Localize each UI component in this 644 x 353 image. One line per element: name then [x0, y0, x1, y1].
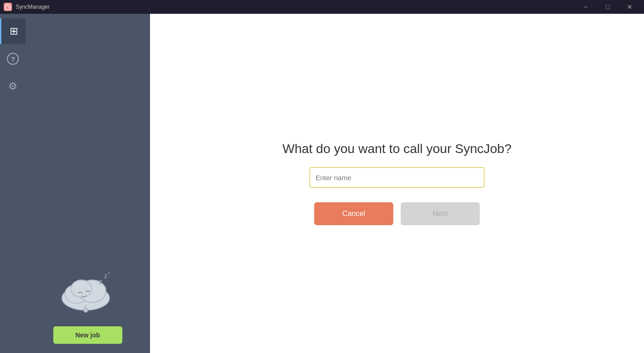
- minimize-button[interactable]: −: [575, 0, 596, 14]
- main-container: ⊞ ? ⚙: [0, 14, 644, 353]
- help-icon: ?: [7, 53, 19, 65]
- svg-point-4: [71, 280, 92, 297]
- content-area: What do you want to call your SyncJob? C…: [150, 14, 644, 353]
- dialog-container: What do you want to call your SyncJob? C…: [282, 142, 512, 225]
- svg-point-0: [5, 4, 11, 10]
- dialog-title: What do you want to call your SyncJob?: [282, 142, 512, 156]
- maximize-button[interactable]: □: [597, 0, 618, 14]
- sidebar-item-dashboard[interactable]: ⊞: [0, 18, 26, 44]
- new-job-button[interactable]: New job: [53, 326, 122, 344]
- svg-text:Z: Z: [98, 279, 102, 285]
- window-controls: − □ ✕: [575, 0, 640, 14]
- close-button[interactable]: ✕: [619, 0, 640, 14]
- sidebar-nav: ⊞ ? ⚙: [0, 18, 26, 99]
- app-title: SyncManager: [16, 4, 50, 10]
- settings-icon: ⚙: [8, 80, 17, 92]
- sidebar-item-settings[interactable]: ⚙: [0, 74, 26, 99]
- svg-text:Z: Z: [104, 274, 107, 279]
- app-icon: [4, 3, 12, 11]
- sidebar: ⊞ ? ⚙: [0, 14, 26, 353]
- sidebar-item-help[interactable]: ?: [0, 46, 26, 72]
- svg-text:z: z: [108, 271, 110, 275]
- left-panel: Z Z z New job: [26, 14, 150, 353]
- syncjob-name-input[interactable]: [310, 167, 484, 188]
- titlebar-left: SyncManager: [4, 3, 50, 11]
- dialog-buttons: Cancel Next: [314, 202, 480, 225]
- next-button[interactable]: Next: [401, 202, 480, 225]
- sleeping-cloud-illustration: Z Z z: [51, 258, 125, 318]
- cancel-button[interactable]: Cancel: [314, 202, 393, 225]
- svg-point-8: [83, 308, 87, 312]
- titlebar: SyncManager − □ ✕: [0, 0, 644, 14]
- dashboard-icon: ⊞: [10, 25, 18, 37]
